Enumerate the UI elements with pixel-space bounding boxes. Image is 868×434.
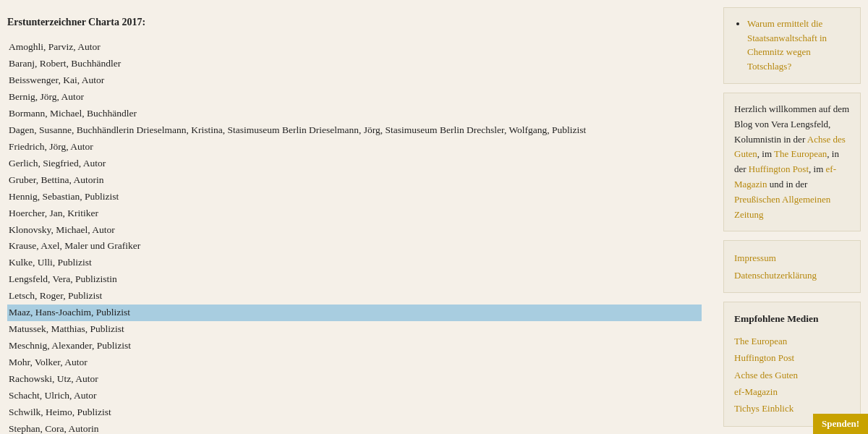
news-link[interactable]: Warum ermittelt die Staatsanwaltschaft i…: [747, 18, 827, 72]
empfohlene-link[interactable]: Achse des Guten: [734, 367, 850, 383]
empfohlene-box: Empfohlene Medien The EuropeanHuffington…: [723, 302, 861, 427]
sidebar: Warum ermittelt die Staatsanwaltschaft i…: [716, 7, 868, 434]
person-item: Schwilk, Heimo, Publizist: [7, 404, 702, 421]
person-item: Krause, Axel, Maler und Grafiker: [7, 238, 702, 255]
person-item: Klonovsky, Michael, Autor: [7, 222, 702, 239]
person-item: Dagen, Susanne, Buchhändlerin Drieselman…: [7, 122, 702, 139]
empfohlene-link[interactable]: The European: [734, 333, 850, 349]
spenden-button[interactable]: Spenden!: [813, 414, 868, 434]
welcome-box: Herzlich willkommen auf dem Blog von Ver…: [723, 93, 861, 231]
news-list: Warum ermittelt die Staatsanwaltschaft i…: [734, 17, 850, 73]
person-item: Amoghli, Parviz, Autor: [7, 39, 702, 56]
person-item: Bernig, Jörg, Autor: [7, 89, 702, 106]
main-content: Erstunterzeichner Charta 2017: Amoghli, …: [0, 7, 716, 434]
person-item: Beisswenger, Kai, Autor: [7, 72, 702, 89]
news-item[interactable]: Warum ermittelt die Staatsanwaltschaft i…: [747, 17, 850, 73]
news-box: Warum ermittelt die Staatsanwaltschaft i…: [723, 7, 861, 84]
person-item: Kulke, Ulli, Publizist: [7, 255, 702, 271]
person-item: Hoercher, Jan, Kritiker: [7, 205, 702, 222]
person-item: Baranj, Robert, Buchhändler: [7, 56, 702, 72]
person-item: Letsch, Roger, Publizist: [7, 288, 702, 305]
person-item: Gruber, Bettina, Autorin: [7, 172, 702, 189]
datenschutz-link[interactable]: Datenschutzerklärung: [734, 267, 850, 284]
impressum-link[interactable]: Impressum: [734, 250, 850, 266]
welcome-text: Herzlich willkommen auf dem Blog von Ver…: [734, 102, 850, 222]
person-item: Hennig, Sebastian, Publizist: [7, 189, 702, 205]
empfohlene-link[interactable]: ef-Magazin: [734, 383, 850, 400]
impressum-box: Impressum Datenschutzerklärung: [723, 240, 861, 293]
empfohlene-title: Empfohlene Medien: [734, 311, 850, 327]
empfohlene-link[interactable]: Huffington Post: [734, 349, 850, 366]
person-item: Matussek, Matthias, Publizist: [7, 321, 702, 338]
section-title: Erstunterzeichner Charta 2017:: [7, 14, 702, 30]
person-item: Lengsfeld, Vera, Publizistin: [7, 271, 702, 288]
person-item: Schacht, Ulrich, Autor: [7, 388, 702, 404]
person-item: Bormann, Michael, Buchhändler: [7, 106, 702, 122]
person-item: Rachowski, Utz, Autor: [7, 371, 702, 388]
link-preussischen[interactable]: Preußischen Allgemeinen Zeitung: [734, 194, 830, 220]
empfohlene-links: The EuropeanHuffington PostAchse des Gut…: [734, 333, 850, 417]
person-item: Friedrich, Jörg, Autor: [7, 139, 702, 156]
link-huffington[interactable]: Huffington Post: [749, 163, 809, 174]
person-item: Meschnig, Alexander, Publizist: [7, 338, 702, 354]
link-european[interactable]: The European: [774, 148, 827, 159]
person-item: Stephan, Cora, Autorin: [7, 421, 702, 434]
person-list: Amoghli, Parviz, AutorBaranj, Robert, Bu…: [7, 39, 702, 434]
person-item: Gerlich, Siegfried, Autor: [7, 156, 702, 172]
person-item: Maaz, Hans-Joachim, Publizist: [7, 305, 702, 321]
person-item: Mohr, Volker, Autor: [7, 354, 702, 371]
